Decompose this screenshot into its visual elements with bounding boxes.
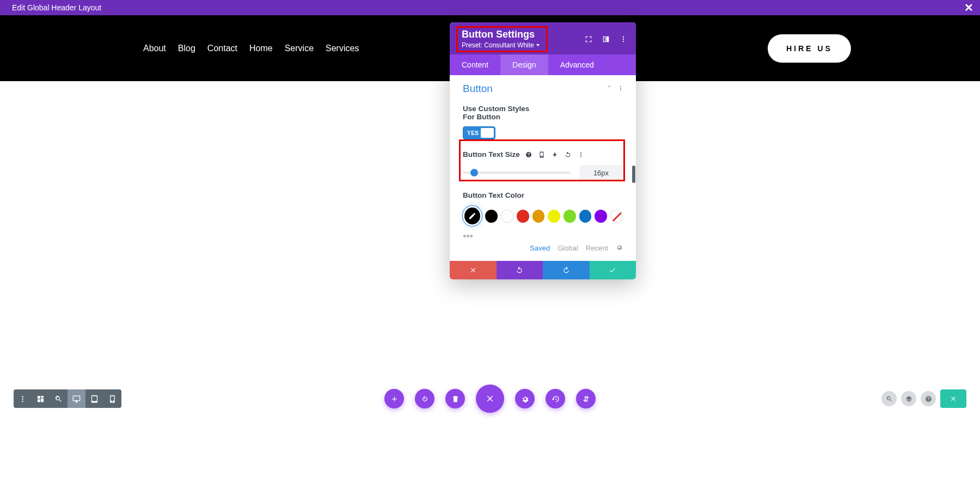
- swatch-purple[interactable]: [595, 210, 607, 223]
- wireframe-icon[interactable]: [32, 389, 50, 408]
- close-editor-button[interactable]: ✕: [964, 1, 973, 14]
- nav-item-contact[interactable]: Contact: [207, 44, 237, 53]
- panel-tabs: Content Design Advanced: [450, 54, 636, 75]
- panel-footer: [450, 261, 636, 279]
- add-button[interactable]: [384, 389, 404, 408]
- right-dock: [881, 389, 966, 408]
- gear-button[interactable]: [515, 389, 535, 408]
- hire-us-button[interactable]: HIRE US: [768, 34, 851, 63]
- cancel-button[interactable]: [450, 261, 497, 279]
- expand-icon[interactable]: [602, 35, 610, 43]
- svg-point-11: [22, 400, 23, 402]
- swatch-blue[interactable]: [579, 210, 592, 223]
- swatch-yellow[interactable]: [548, 210, 560, 223]
- more-vert-icon[interactable]: [620, 35, 627, 43]
- nav-item-home[interactable]: Home: [249, 44, 273, 53]
- desktop-view-icon[interactable]: [68, 389, 85, 408]
- swatch-orange[interactable]: [532, 210, 545, 223]
- swatch-transparent[interactable]: [610, 210, 623, 223]
- nav-item-about[interactable]: About: [143, 44, 166, 53]
- swatch-black[interactable]: [485, 210, 498, 223]
- editor-title: Edit Global Header Layout: [12, 3, 101, 12]
- color-picker-swatch[interactable]: [463, 206, 482, 226]
- svg-point-0: [623, 36, 624, 37]
- palette-global-link[interactable]: Global: [558, 244, 578, 252]
- trash-button[interactable]: [445, 389, 465, 408]
- chevron-up-icon[interactable]: ˄: [608, 85, 611, 93]
- layers-icon[interactable]: [901, 391, 916, 406]
- save-exit-button[interactable]: [940, 389, 966, 408]
- history-button[interactable]: [546, 389, 565, 408]
- toolbar-more-icon[interactable]: [14, 389, 32, 408]
- confirm-button[interactable]: [590, 261, 636, 279]
- highlight-box-title: [456, 26, 548, 52]
- svg-point-3: [620, 86, 621, 87]
- highlight-box-text-size: [459, 139, 625, 181]
- swatch-white[interactable]: [501, 210, 513, 223]
- palette-gear-icon[interactable]: [616, 243, 623, 252]
- tab-advanced[interactable]: Advanced: [548, 54, 606, 75]
- svg-point-5: [620, 90, 621, 91]
- header-nav: About Blog Contact Home Service Services: [143, 44, 359, 53]
- nav-item-blog[interactable]: Blog: [178, 44, 195, 53]
- undo-button[interactable]: [497, 261, 543, 279]
- sort-button[interactable]: [576, 389, 596, 408]
- help2-icon[interactable]: [921, 391, 936, 406]
- custom-styles-label: Use Custom Styles For Button: [463, 105, 539, 121]
- phone-view-icon[interactable]: [103, 389, 121, 408]
- zoom2-icon[interactable]: [881, 391, 897, 406]
- center-action-dock: [384, 385, 596, 413]
- tab-design[interactable]: Design: [500, 54, 548, 75]
- tablet-view-icon[interactable]: [85, 389, 103, 408]
- nav-item-services[interactable]: Services: [326, 44, 359, 53]
- zoom-icon[interactable]: [50, 389, 68, 408]
- snap-icon[interactable]: [585, 35, 592, 43]
- close-dock-button[interactable]: [476, 385, 504, 413]
- svg-point-9: [22, 395, 23, 397]
- svg-point-10: [22, 398, 23, 400]
- custom-styles-toggle[interactable]: YES: [463, 126, 495, 139]
- nav-item-service[interactable]: Service: [285, 44, 314, 53]
- palette-recent-link[interactable]: Recent: [586, 244, 608, 252]
- svg-point-2: [623, 40, 624, 41]
- tab-content[interactable]: Content: [450, 54, 500, 75]
- section-title[interactable]: Button: [463, 83, 493, 95]
- scrollbar-thumb[interactable]: [632, 166, 635, 183]
- svg-point-4: [620, 88, 621, 89]
- power-button[interactable]: [415, 389, 434, 408]
- viewport-toolbar: [14, 389, 121, 408]
- editor-top-bar: Edit Global Header Layout ✕: [0, 0, 980, 15]
- swatch-green[interactable]: [564, 210, 576, 223]
- text-color-label: Button Text Color: [463, 191, 623, 199]
- svg-point-1: [623, 38, 624, 39]
- palette-saved-link[interactable]: Saved: [530, 244, 550, 252]
- more-colors-icon[interactable]: •••: [450, 233, 636, 238]
- redo-button[interactable]: [543, 261, 590, 279]
- swatch-red[interactable]: [517, 210, 529, 223]
- section-more-icon[interactable]: [617, 84, 624, 94]
